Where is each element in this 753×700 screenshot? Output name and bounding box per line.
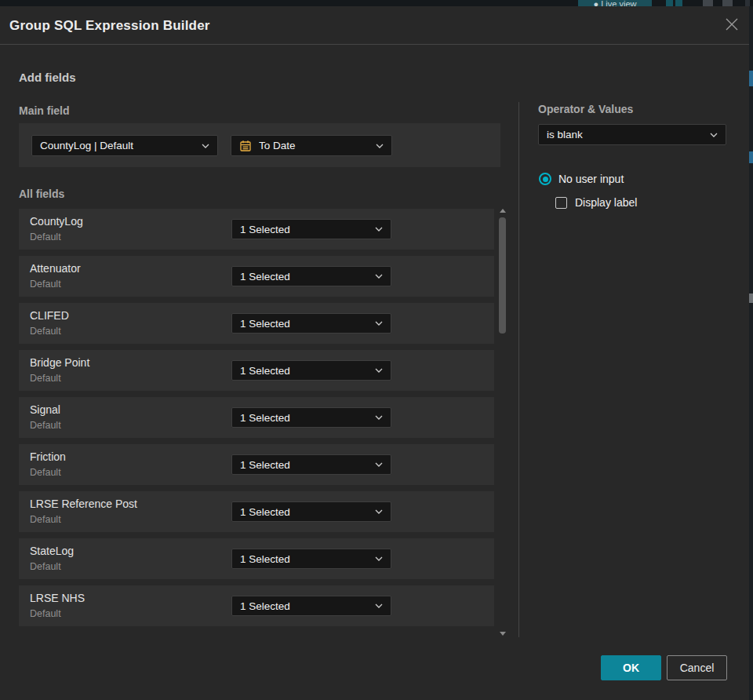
background-app-edge (749, 6, 753, 700)
field-values-dropdown-value: 1 Selected (240, 224, 369, 235)
chevron-down-icon (375, 227, 383, 232)
field-name: StateLog (30, 545, 74, 557)
field-values-dropdown[interactable]: 1 Selected (231, 501, 391, 522)
main-field-heading: Main field (19, 104, 70, 117)
field-row-clifed: CLIFED Default 1 Selected (19, 303, 494, 344)
field-subtitle: Default (30, 467, 61, 478)
field-values-dropdown[interactable]: 1 Selected (231, 596, 391, 616)
field-name: CLIFED (30, 309, 69, 322)
field-values-dropdown-value: 1 Selected (240, 318, 369, 330)
calendar-icon (239, 140, 252, 152)
close-icon (724, 16, 740, 35)
field-values-dropdown[interactable]: 1 Selected (231, 313, 391, 334)
field-values-dropdown-value: 1 Selected (240, 271, 369, 283)
live-view-button[interactable]: ● Live view (578, 0, 652, 6)
field-values-dropdown-value: 1 Selected (240, 412, 369, 424)
background-toolbar-button (675, 0, 682, 6)
main-field-dropdown-value: CountyLog | Default (40, 140, 195, 151)
no-user-input-radio[interactable]: No user input (539, 173, 624, 185)
chevron-down-icon (375, 274, 383, 279)
live-view-dot-icon: ● (594, 0, 599, 6)
field-values-dropdown-value: 1 Selected (240, 600, 369, 612)
field-name: LRSE NHS (30, 592, 85, 604)
scrollbar-up-arrow-icon[interactable] (500, 209, 506, 213)
background-toolbar-button (666, 0, 673, 6)
field-values-dropdown[interactable]: 1 Selected (231, 549, 391, 569)
field-values-dropdown-value: 1 Selected (240, 459, 369, 471)
fields-list-scrollbar[interactable] (498, 207, 507, 637)
chevron-down-icon (375, 415, 383, 420)
chevron-down-icon (375, 556, 383, 561)
chevron-down-icon (710, 133, 718, 137)
chevron-down-icon (375, 462, 383, 467)
field-subtitle: Default (30, 232, 61, 242)
panel-divider (518, 102, 519, 637)
chevron-down-icon (376, 144, 384, 148)
chevron-down-icon (375, 509, 383, 514)
field-values-dropdown[interactable]: 1 Selected (231, 360, 391, 381)
field-row-lrse-nhs: LRSE NHS Default 1 Selected (19, 585, 494, 626)
field-values-dropdown[interactable]: 1 Selected (231, 266, 391, 286)
field-name: LRSE Reference Post (30, 498, 137, 510)
add-fields-heading: Add fields (19, 71, 76, 84)
background-toolbar-button (703, 0, 713, 6)
field-name: Bridge Point (30, 356, 89, 369)
display-label-label: Display label (575, 196, 637, 209)
field-values-dropdown-value: 1 Selected (240, 365, 369, 377)
field-row-lrse-reference-post: LRSE Reference Post Default 1 Selected (19, 491, 494, 532)
operator-dropdown[interactable]: is blank (538, 124, 726, 145)
field-name: CountyLog (30, 215, 83, 228)
field-name: Attenuator (30, 262, 81, 275)
date-field-dropdown-value: To Date (259, 140, 369, 151)
scrollbar-down-arrow-icon[interactable] (500, 632, 506, 636)
background-toolbar-button (745, 0, 750, 6)
field-subtitle: Default (30, 561, 61, 572)
field-name: Friction (30, 450, 66, 463)
field-values-dropdown[interactable]: 1 Selected (231, 219, 391, 239)
field-values-dropdown-value: 1 Selected (240, 553, 369, 565)
no-user-input-label: No user input (558, 173, 624, 185)
field-values-dropdown-value: 1 Selected (240, 506, 369, 518)
date-field-dropdown[interactable]: To Date (231, 135, 392, 156)
field-subtitle: Default (30, 420, 61, 431)
chevron-down-icon (375, 321, 383, 326)
dialog-titlebar: Group SQL Expression Builder (0, 6, 749, 45)
scrollbar-thumb[interactable] (499, 217, 506, 334)
ok-button[interactable]: OK (601, 655, 661, 680)
background-edge-chip (749, 151, 753, 163)
operator-values-heading: Operator & Values (538, 103, 633, 115)
background-edge-chip (749, 71, 753, 86)
field-subtitle: Default (30, 373, 61, 384)
field-row-signal: Signal Default 1 Selected (19, 397, 494, 438)
group-sql-expression-builder-dialog: Group SQL Expression Builder Add fields … (0, 6, 749, 700)
field-row-attenuator: Attenuator Default 1 Selected (19, 256, 494, 297)
operator-dropdown-value: is blank (547, 129, 704, 140)
field-values-dropdown[interactable]: 1 Selected (231, 407, 391, 428)
chevron-down-icon (375, 368, 383, 373)
dialog-title: Group SQL Expression Builder (9, 6, 210, 45)
live-view-label: Live view (601, 0, 636, 6)
all-fields-heading: All fields (19, 188, 64, 200)
field-row-statelog: StateLog Default 1 Selected (19, 538, 494, 579)
display-label-checkbox[interactable]: Display label (555, 196, 637, 209)
background-app-toolbar: ● Live view (0, 0, 753, 6)
radio-selected-icon (539, 173, 551, 185)
main-field-panel: CountyLog | Default To Date (19, 123, 500, 167)
field-row-countylog: CountyLog Default 1 Selected (19, 209, 494, 250)
chevron-down-icon (375, 603, 383, 608)
chevron-down-icon (202, 144, 209, 148)
main-field-dropdown[interactable]: CountyLog | Default (31, 135, 218, 156)
field-subtitle: Default (30, 608, 61, 619)
field-values-dropdown[interactable]: 1 Selected (231, 454, 391, 475)
all-fields-list: CountyLog Default 1 Selected Attenuator … (19, 209, 494, 633)
cancel-button[interactable]: Cancel (667, 655, 727, 680)
field-row-friction: Friction Default 1 Selected (19, 444, 494, 485)
background-toolbar-button (722, 0, 733, 6)
background-edge-chip (749, 293, 753, 303)
field-name: Signal (30, 403, 60, 416)
field-subtitle: Default (30, 279, 61, 290)
field-subtitle: Default (30, 326, 61, 337)
close-button[interactable] (721, 15, 743, 37)
field-subtitle: Default (30, 514, 61, 525)
checkbox-unchecked-icon (555, 197, 567, 209)
